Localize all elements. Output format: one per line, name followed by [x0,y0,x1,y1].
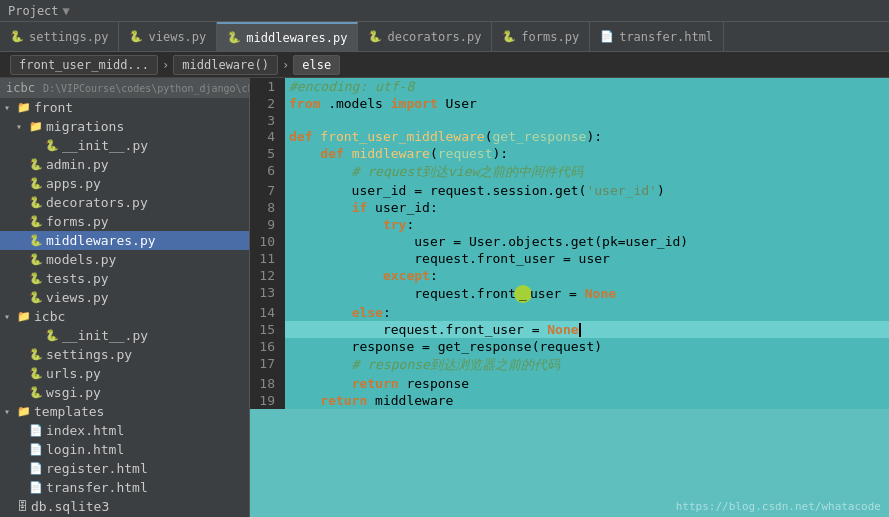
tree-item-label: register.html [46,461,148,476]
code-content[interactable]: 1#encoding: utf-82from .models import Us… [250,78,889,517]
sidebar-item-wsgi-py[interactable]: 🐍wsgi.py [0,383,249,402]
code-line-12: 12 except: [250,267,889,284]
line-code-2[interactable]: from .models import User [285,95,889,112]
line-number-10: 10 [250,233,285,250]
line-number-5: 5 [250,145,285,162]
file-icon: 📄 [29,462,43,475]
line-code-10[interactable]: user = User.objects.get(pk=user_id) [285,233,889,250]
code-line-16: 16 response = get_response(request) [250,338,889,355]
sidebar-item-admin-py[interactable]: 🐍admin.py [0,155,249,174]
sidebar-item-__init__-py[interactable]: 🐍__init__.py [0,136,249,155]
watermark: https://blog.csdn.net/whatacode [676,500,881,513]
sidebar-item-middlewares-py[interactable]: 🐍middlewares.py [0,231,249,250]
sidebar-item-register-html[interactable]: 📄register.html [0,459,249,478]
tree-item-label: transfer.html [46,480,148,495]
sidebar-item-tests-py[interactable]: 🐍tests.py [0,269,249,288]
sidebar-item-front[interactable]: ▾📁front [0,98,249,117]
line-code-3[interactable] [285,112,889,128]
line-code-6[interactable]: # request到达view之前的中间件代码 [285,162,889,182]
sidebar-item-index-html[interactable]: 📄index.html [0,421,249,440]
tab-settings[interactable]: 🐍settings.py [0,22,119,51]
project-header: icbc D:\VIPCourse\codes\python_django\ch [0,78,249,98]
editor-area: 1#encoding: utf-82from .models import Us… [250,78,889,517]
tab-views[interactable]: 🐍views.py [119,22,217,51]
breadcrumb-item-2[interactable]: else [293,55,340,75]
file-icon: 🐍 [29,348,43,361]
sidebar-item-apps-py[interactable]: 🐍apps.py [0,174,249,193]
file-icon: 🗄 [17,500,28,513]
line-code-12[interactable]: except: [285,267,889,284]
tab-label-forms: forms.py [521,30,579,44]
line-code-14[interactable]: else: [285,304,889,321]
tree-item-label: decorators.py [46,195,148,210]
tree-item-label: __init__.py [62,138,148,153]
file-icon: 🐍 [29,234,43,247]
tree-item-label: middlewares.py [46,233,156,248]
file-icon: 📁 [17,310,31,323]
breadcrumb-item-0[interactable]: front_user_midd... [10,55,158,75]
line-number-11: 11 [250,250,285,267]
line-code-5[interactable]: def middleware(request): [285,145,889,162]
line-code-1[interactable]: #encoding: utf-8 [285,78,889,95]
line-code-15[interactable]: request.front_user = None [285,321,889,338]
sidebar-item-migrations[interactable]: ▾📁migrations [0,117,249,136]
code-line-18: 18 return response [250,375,889,392]
sidebar-item-settings-py[interactable]: 🐍settings.py [0,345,249,364]
line-number-16: 16 [250,338,285,355]
code-line-8: 8 if user_id: [250,199,889,216]
tree-item-label: __init__.py [62,328,148,343]
line-code-8[interactable]: if user_id: [285,199,889,216]
line-code-19[interactable]: return middleware [285,392,889,409]
line-number-3: 3 [250,112,285,128]
sidebar-item-models-py[interactable]: 🐍models.py [0,250,249,269]
sidebar-item-db-sqlite3[interactable]: 🗄db.sqlite3 [0,497,249,516]
breadcrumb-item-1[interactable]: middleware() [173,55,278,75]
tree-item-label: forms.py [46,214,109,229]
title-bar: Project ▼ [0,0,889,22]
sidebar-item-icbc[interactable]: ▾📁icbc [0,307,249,326]
sidebar-item-urls-py[interactable]: 🐍urls.py [0,364,249,383]
tree-arrow: ▾ [4,311,14,322]
file-icon: 🐍 [45,139,59,152]
line-code-18[interactable]: return response [285,375,889,392]
line-code-13[interactable]: request.front_user = None [285,284,889,304]
tree-item-label: front [34,100,73,115]
sidebar-item-login-html[interactable]: 📄login.html [0,440,249,459]
file-icon: 📄 [29,443,43,456]
line-code-4[interactable]: def front_user_middleware(get_response): [285,128,889,145]
code-line-10: 10 user = User.objects.get(pk=user_id) [250,233,889,250]
tree-arrow: ▾ [16,121,26,132]
tab-forms[interactable]: 🐍forms.py [492,22,590,51]
file-icon: 🐍 [29,253,43,266]
sidebar-item-forms-py[interactable]: 🐍forms.py [0,212,249,231]
sidebar-item-__init__-py[interactable]: 🐍__init__.py [0,326,249,345]
code-line-6: 6 # request到达view之前的中间件代码 [250,162,889,182]
tab-icon-settings: 🐍 [10,30,24,43]
tab-icon-transfer: 📄 [600,30,614,43]
line-number-17: 17 [250,355,285,375]
tab-middlewares[interactable]: 🐍middlewares.py [217,22,358,51]
sidebar-item-views-py[interactable]: 🐍views.py [0,288,249,307]
sidebar-item-templates[interactable]: ▾📁templates [0,402,249,421]
line-number-13: 13 [250,284,285,304]
line-code-16[interactable]: response = get_response(request) [285,338,889,355]
sidebar-item-transfer-html[interactable]: 📄transfer.html [0,478,249,497]
file-icon: 🐍 [29,291,43,304]
line-code-17[interactable]: # response到达浏览器之前的代码 [285,355,889,375]
line-code-11[interactable]: request.front_user = user [285,250,889,267]
line-code-7[interactable]: user_id = request.session.get('user_id') [285,182,889,199]
line-number-6: 6 [250,162,285,182]
sidebar-item-decorators-py[interactable]: 🐍decorators.py [0,193,249,212]
tab-transfer[interactable]: 📄transfer.html [590,22,724,51]
tab-decorators[interactable]: 🐍decorators.py [358,22,492,51]
tab-icon-forms: 🐍 [502,30,516,43]
line-code-9[interactable]: try: [285,216,889,233]
line-number-7: 7 [250,182,285,199]
code-line-7: 7 user_id = request.session.get('user_id… [250,182,889,199]
code-line-5: 5 def middleware(request): [250,145,889,162]
sidebar: icbc D:\VIPCourse\codes\python_django\ch… [0,78,250,517]
file-icon: 🐍 [29,196,43,209]
code-line-15: 15 request.front_user = None [250,321,889,338]
code-line-17: 17 # response到达浏览器之前的代码 [250,355,889,375]
tree-item-label: tests.py [46,271,109,286]
